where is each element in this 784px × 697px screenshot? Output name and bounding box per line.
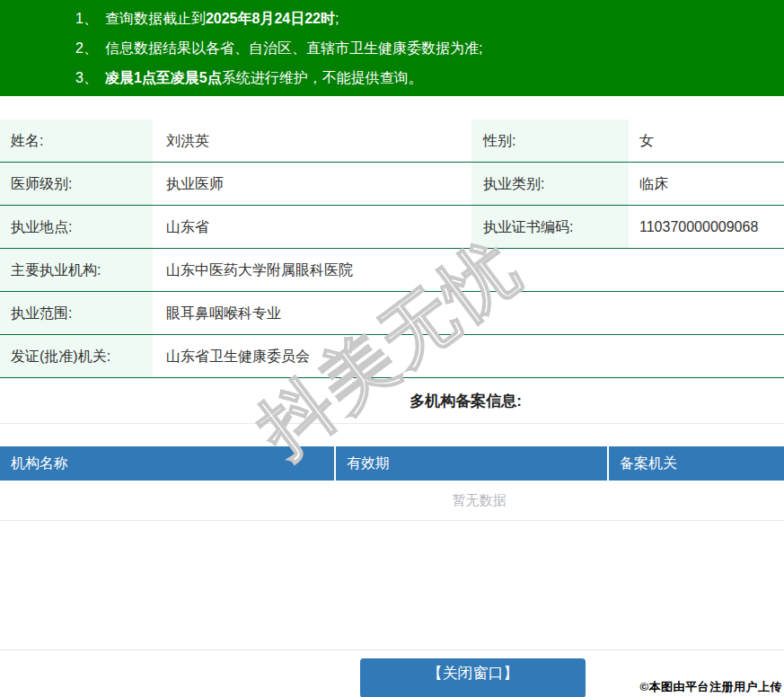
- table-row: 医师级别: 执业医师 执业类别: 临床: [0, 163, 784, 206]
- notice-banner: 1、查询数据截止到2025年8月24日22时; 2、信息数据结果以各省、自治区、…: [0, 0, 784, 96]
- field-value-certificate-number: 110370000009068: [629, 206, 784, 248]
- notice-text: 查询数据截止到: [105, 11, 206, 26]
- close-window-button[interactable]: 【关闭窗口】: [360, 658, 586, 697]
- license-query-result-page: 1、查询数据截止到2025年8月24日22时; 2、信息数据结果以各省、自治区、…: [0, 0, 784, 697]
- notice-text-bold: 2025年8月24日22时: [206, 11, 335, 26]
- notice-text-bold: 凌晨1点至凌晨5点: [105, 70, 222, 85]
- field-value-practice-scope: 眼耳鼻咽喉科专业: [153, 292, 784, 334]
- field-value-practice-category: 临床: [629, 163, 784, 205]
- field-value-issuing-authority: 山东省卫生健康委员会: [153, 335, 784, 377]
- field-value-gender: 女: [629, 119, 784, 162]
- field-label-gender: 性别:: [471, 119, 629, 162]
- copyright-stamp: ©本图由平台注册用户上传: [639, 679, 782, 695]
- field-label-name: 姓名:: [0, 119, 153, 162]
- notice-text: 系统进行维护，不能提供查询。: [222, 70, 423, 85]
- table-row: 执业范围: 眼耳鼻咽喉科专业: [0, 292, 784, 335]
- empty-data-text: 暂无数据: [0, 481, 784, 520]
- field-label-main-institution: 主要执业机构:: [0, 249, 153, 291]
- registration-table-header: 机构名称 有效期 备案机关: [0, 446, 784, 481]
- notice-number: 2、: [75, 40, 98, 56]
- field-value-name: 刘洪英: [153, 119, 471, 162]
- spacer: [0, 521, 784, 649]
- field-label-practice-scope: 执业范围:: [0, 292, 153, 334]
- notice-line-1: 1、查询数据截止到2025年8月24日22时;: [75, 4, 784, 33]
- column-header-institution-name: 机构名称: [0, 446, 334, 481]
- table-row: 姓名: 刘洪英 性别: 女: [0, 119, 784, 163]
- table-row: 发证(批准)机关: 山东省卫生健康委员会: [0, 335, 784, 378]
- field-label-issuing-authority: 发证(批准)机关:: [0, 335, 153, 377]
- notice-text: 信息数据结果以各省、自治区、直辖市卫生健康委数据为准;: [105, 40, 482, 56]
- notice-number: 1、: [75, 11, 98, 26]
- table-row: 执业地点: 山东省 执业证书编码: 110370000009068: [0, 206, 784, 249]
- field-label-practice-location: 执业地点:: [0, 206, 153, 248]
- notice-text: ;: [335, 11, 339, 26]
- field-label-practice-category: 执业类别:: [471, 163, 629, 205]
- multi-institution-section-title: 多机构备案信息:: [0, 393, 784, 410]
- column-header-filing-authority: 备案机关: [609, 446, 784, 481]
- field-value-main-institution: 山东中医药大学附属眼科医院: [153, 249, 784, 291]
- practitioner-info-table: 姓名: 刘洪英 性别: 女 医师级别: 执业医师 执业类别: 临床 执业地点: …: [0, 119, 784, 378]
- divider: [0, 649, 784, 650]
- field-label-certificate-number: 执业证书编码:: [471, 206, 629, 248]
- divider: [0, 423, 784, 424]
- notice-line-3: 3、凌晨1点至凌晨5点系统进行维护，不能提供查询。: [75, 63, 784, 93]
- column-header-validity-period: 有效期: [336, 446, 607, 481]
- table-row: 主要执业机构: 山东中医药大学附属眼科医院: [0, 249, 784, 292]
- field-label-doctor-level: 医师级别:: [0, 163, 153, 205]
- field-value-doctor-level: 执业医师: [153, 163, 471, 205]
- notice-number: 3、: [75, 70, 98, 85]
- notice-line-2: 2、信息数据结果以各省、自治区、直辖市卫生健康委数据为准;: [75, 33, 784, 63]
- field-value-practice-location: 山东省: [153, 206, 471, 248]
